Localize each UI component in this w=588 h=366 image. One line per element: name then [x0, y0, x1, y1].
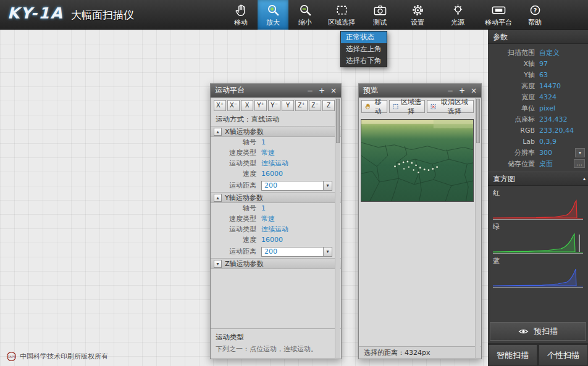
- axis-y-minus-button[interactable]: Y⁻: [268, 100, 280, 111]
- menu-item-normal-state[interactable]: 正常状态: [341, 31, 387, 43]
- toolbar-light-source-label: 光源: [451, 18, 464, 27]
- param-value[interactable]: 4324: [539, 93, 556, 101]
- resolution-dropdown-button[interactable]: ▾: [575, 148, 585, 157]
- toolbar-settings-button[interactable]: 设置: [398, 0, 437, 30]
- field-value[interactable]: 16000: [261, 170, 283, 178]
- param-row-unit: 单位 pixel: [488, 102, 588, 114]
- param-value[interactable]: 300: [539, 149, 552, 157]
- toolbar-test-button[interactable]: 测试: [361, 0, 398, 30]
- preview-panel-titlebar[interactable]: 预览 − + ×: [359, 84, 481, 98]
- browse-button[interactable]: …: [574, 159, 585, 168]
- scrollbar-thumb[interactable]: [336, 99, 340, 143]
- axis-y-plus-button[interactable]: Y⁺: [254, 100, 267, 111]
- param-label: 点座标: [488, 115, 535, 124]
- toolbar-region-select-label: 区域选择: [328, 18, 355, 27]
- field-label: 轴号: [211, 204, 256, 213]
- motion-mode-value: 直线运动: [251, 115, 280, 123]
- param-value[interactable]: 14470: [539, 82, 561, 90]
- motion-panel-titlebar[interactable]: 运动平台 − + ×: [211, 84, 341, 98]
- histogram-blue-chart: [493, 267, 583, 288]
- param-value[interactable]: 97: [539, 60, 548, 68]
- axis-y-button[interactable]: Y: [282, 100, 294, 111]
- menu-item-select-bottom-right[interactable]: 选择右下角: [341, 55, 387, 67]
- toolbar-light-source-button[interactable]: 光源: [437, 0, 479, 30]
- field-label: 轴号: [211, 138, 256, 147]
- y-distance-dropdown[interactable]: 200 ▾: [261, 247, 332, 257]
- toolbar-zoom-in-button[interactable]: 放大: [258, 0, 288, 30]
- motion-panel-scrollbar[interactable]: [335, 98, 340, 358]
- dropdown-value: 200: [262, 247, 323, 256]
- histogram-red-chart: [493, 199, 583, 220]
- field-row: 运动距离 200 ▾: [211, 179, 341, 192]
- param-value[interactable]: 自定义: [539, 48, 560, 57]
- y-axis-section-title: Y轴运动参数: [225, 193, 263, 202]
- axis-z-plus-button[interactable]: Z⁺: [295, 100, 308, 111]
- param-label: 扫描范围: [488, 48, 535, 57]
- preview-region-select-label: 区域选择: [401, 98, 422, 116]
- scrollbar-thumb[interactable]: [476, 99, 480, 143]
- axis-x-button[interactable]: X: [241, 100, 253, 111]
- close-button[interactable]: ×: [330, 85, 337, 97]
- param-value[interactable]: pixel: [539, 104, 555, 112]
- custom-scan-button[interactable]: 个性扫描: [539, 344, 588, 366]
- field-row: 速度 16000: [211, 235, 341, 245]
- param-value[interactable]: 桌面: [539, 159, 553, 168]
- maximize-button[interactable]: +: [319, 85, 325, 97]
- zoom-in-icon: [267, 3, 280, 17]
- toolbar-help-button[interactable]: ? 帮助: [518, 0, 552, 30]
- toolbar-motion-platform-button[interactable]: 移动平台: [479, 0, 518, 30]
- preview-cancel-region-button[interactable]: 取消区域选择: [427, 100, 474, 113]
- histogram-section-header[interactable]: 直方图 ▴: [488, 172, 588, 186]
- field-value[interactable]: 1: [261, 204, 266, 212]
- param-row-x-axis: X轴 97: [488, 58, 588, 69]
- toolbar-zoom-out-button[interactable]: 缩小: [288, 0, 322, 30]
- param-row-rgb: RGB 233,20,44: [488, 125, 588, 136]
- close-button[interactable]: ×: [471, 85, 477, 97]
- chevron-down-icon[interactable]: ▾: [323, 181, 332, 190]
- y-axis-section-header[interactable]: ▴ Y轴运动参数: [211, 192, 341, 203]
- field-value[interactable]: 连续运动: [261, 225, 288, 234]
- field-value[interactable]: 16000: [261, 236, 283, 244]
- field-value[interactable]: 1: [261, 138, 266, 146]
- param-label: RGB: [488, 127, 535, 135]
- menu-item-select-top-left[interactable]: 选择左上角: [341, 43, 387, 55]
- prescan-button[interactable]: 预扫描: [490, 322, 586, 341]
- motion-platform-panel: 运动平台 − + × X⁺ X⁻ X Y⁺ Y⁻ Y Z⁺ Z⁻ Z 运动方式：…: [210, 83, 342, 359]
- preview-image[interactable]: [361, 119, 474, 202]
- axis-z-minus-button[interactable]: Z⁻: [309, 100, 321, 111]
- toolbar-move-button[interactable]: 移动: [224, 0, 258, 30]
- param-row-height: 高度 14470: [488, 80, 588, 91]
- field-value[interactable]: 常速: [261, 148, 275, 157]
- copyright-text: 中国科学技术印刷所版权所有: [20, 352, 108, 361]
- chevron-down-icon[interactable]: ▾: [323, 247, 332, 256]
- preview-move-button[interactable]: 移动: [361, 100, 387, 113]
- field-row: 速度 16000: [211, 168, 341, 179]
- field-label: 速度: [211, 235, 256, 244]
- toolbar-region-select-button[interactable]: 区域选择: [322, 0, 361, 30]
- scroll-up-icon[interactable]: ▴: [583, 172, 586, 186]
- preview-panel: 预览 − + × 移动 区域选择 取消区域选择: [358, 83, 482, 359]
- z-axis-section-header[interactable]: ▾ Z轴运动参数: [211, 258, 341, 269]
- minimize-button[interactable]: −: [447, 85, 453, 97]
- field-value[interactable]: 常速: [261, 214, 275, 223]
- axis-x-plus-button[interactable]: X⁺: [214, 100, 226, 111]
- axis-z-button[interactable]: Z: [322, 100, 335, 111]
- preview-status-bar: 选择的距离：4324px: [359, 346, 481, 359]
- axis-x-minus-button[interactable]: X⁻: [227, 100, 240, 111]
- field-row: 轴号 1: [211, 137, 341, 148]
- field-value[interactable]: 连续运动: [261, 159, 288, 168]
- gear-icon: [411, 3, 424, 17]
- preview-region-select-button[interactable]: 区域选择: [389, 100, 426, 113]
- motion-mode-row: 运动方式：直线运动: [211, 114, 341, 126]
- minimize-button[interactable]: −: [307, 85, 313, 97]
- x-axis-section-header[interactable]: ▴ X轴运动参数: [211, 126, 341, 137]
- preview-panel-scrollbar[interactable]: [475, 98, 481, 358]
- param-label: 分辨率: [488, 148, 535, 157]
- zoom-out-icon: [299, 3, 312, 17]
- toolbar-motion-platform-label: 移动平台: [485, 18, 512, 27]
- param-value[interactable]: 63: [539, 71, 548, 79]
- copyright-bar: CAPT 中国科学技术印刷所版权所有: [6, 351, 108, 362]
- smart-scan-button[interactable]: 智能扫描: [488, 344, 537, 366]
- x-distance-dropdown[interactable]: 200 ▾: [261, 181, 332, 191]
- maximize-button[interactable]: +: [459, 85, 465, 97]
